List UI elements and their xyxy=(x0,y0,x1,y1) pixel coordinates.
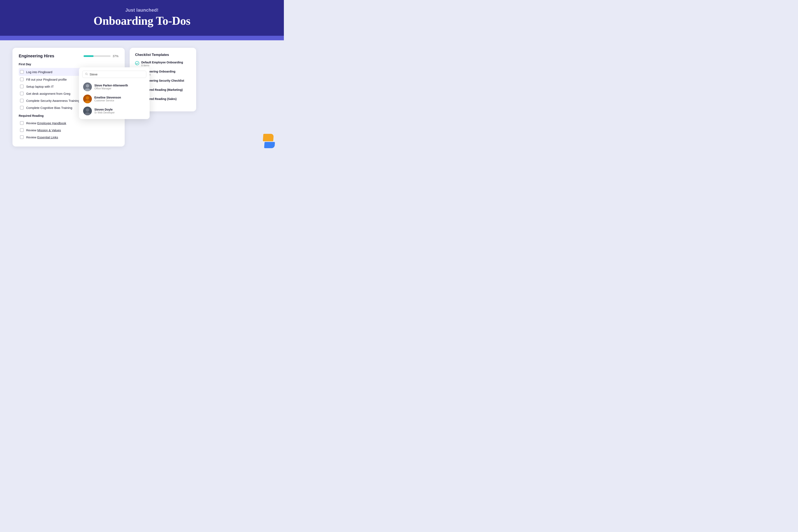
checklist-name: Default Employee Onboarding xyxy=(141,61,183,64)
checklist-item[interactable]: Default Employee Onboarding 8 items xyxy=(135,61,191,67)
todo-text-setup-laptop: Setup laptop with IT xyxy=(26,85,54,88)
essential-links-link[interactable]: Essential Links xyxy=(37,135,58,139)
person-name: Steve Parker-Altenwerth xyxy=(94,84,128,87)
person-role: Sr Web Developer xyxy=(94,111,115,114)
header-section: Just launched! Onboarding To-Dos xyxy=(0,0,284,36)
todo-text: Complete Security Awareness Training xyxy=(26,99,80,102)
todo-checkbox[interactable] xyxy=(20,77,24,81)
person-row[interactable]: Steve Parker-Altenwerth Office Manager xyxy=(82,81,146,93)
person-name: Steven Doyle xyxy=(94,108,115,111)
section-label-first-day: First Day xyxy=(19,62,118,66)
todo-text: Review Essential Links xyxy=(26,135,58,139)
todo-checkbox[interactable] xyxy=(20,128,24,132)
main-content: Engineering Hires 37% First Day Log into… xyxy=(0,40,284,153)
person-info: Emeline Stevenson Customer Service xyxy=(94,96,121,102)
progress-bar-fill xyxy=(83,55,94,57)
svg-point-7 xyxy=(86,73,87,75)
employee-handbook-link[interactable]: Employee Handbook xyxy=(37,121,66,125)
checklist-templates-title: Checklist Templates xyxy=(135,53,191,57)
search-input-value[interactable]: Steve xyxy=(90,73,97,76)
person-row[interactable]: Steven Doyle Sr Web Developer xyxy=(82,105,146,117)
card-header: Engineering Hires 37% xyxy=(19,54,118,58)
header-subtitle: Just launched! xyxy=(4,7,280,13)
accent-stripe xyxy=(0,36,284,40)
svg-point-16 xyxy=(86,108,89,112)
todo-text: Log into Pingboard xyxy=(26,70,52,74)
avatar xyxy=(83,82,92,91)
todo-checkbox[interactable] xyxy=(20,99,24,102)
todo-item[interactable]: Review Employee Handbook xyxy=(19,119,118,127)
person-info: Steve Parker-Altenwerth Office Manager xyxy=(94,84,128,90)
search-box[interactable]: Steve xyxy=(82,71,146,78)
person-info: Steven Doyle Sr Web Developer xyxy=(94,108,115,114)
person-name: Emeline Stevenson xyxy=(94,96,121,99)
todo-item[interactable]: Review Essential Links xyxy=(19,134,118,141)
avatar xyxy=(83,107,92,115)
person-role: Office Manager xyxy=(94,87,128,90)
mission-values-link[interactable]: Mission & Values xyxy=(37,129,61,132)
logo-bottom-shape xyxy=(264,142,275,148)
todo-checkbox[interactable] xyxy=(20,92,24,95)
todo-text: Fill out your Pingboard profile xyxy=(26,78,67,81)
checklist-count: 8 items xyxy=(141,64,183,67)
todo-checkbox[interactable] xyxy=(20,106,24,110)
todo-text: Get desk assignment from Greg xyxy=(26,92,71,95)
person-search-dropdown: Steve Steve Parker-Altenwerth Office Man… xyxy=(79,67,150,119)
progress-percent: 37% xyxy=(113,54,118,58)
svg-line-8 xyxy=(87,75,88,75)
todo-checkbox[interactable] xyxy=(20,70,24,74)
brand-logo xyxy=(263,134,273,148)
header-title: Onboarding To-Dos xyxy=(4,14,280,27)
progress-area: 37% xyxy=(83,54,118,58)
svg-point-13 xyxy=(86,96,89,99)
svg-point-10 xyxy=(86,84,89,88)
todo-item[interactable]: Review Mission & Values xyxy=(19,127,118,134)
todo-text: Review Mission & Values xyxy=(26,129,61,132)
card-title: Engineering Hires xyxy=(19,54,54,58)
progress-bar-bg xyxy=(83,55,111,57)
todo-checkbox[interactable] xyxy=(20,135,24,139)
check-circle-icon xyxy=(135,61,139,65)
todo-checkbox[interactable] xyxy=(20,84,24,88)
person-row[interactable]: Emeline Stevenson Customer Service xyxy=(82,93,146,105)
search-icon xyxy=(85,73,88,76)
logo-top-shape xyxy=(263,134,274,141)
todo-checkbox[interactable] xyxy=(20,121,24,125)
person-role: Customer Service xyxy=(94,99,121,102)
todo-text: Review Employee Handbook xyxy=(26,121,66,125)
todo-text: Complete Cognitive Bias Training xyxy=(26,106,72,110)
avatar xyxy=(83,95,92,103)
